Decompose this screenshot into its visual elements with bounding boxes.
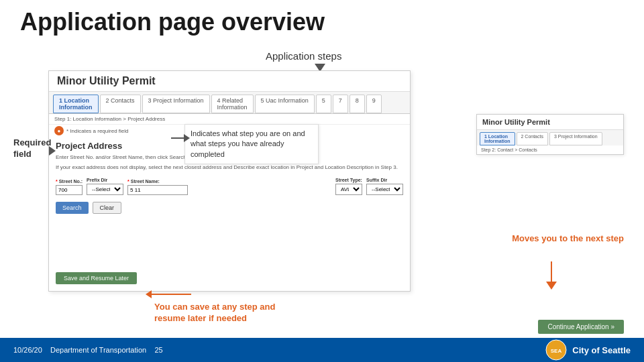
step-tab-2[interactable]: 2 Contacts (100, 95, 141, 113)
street-type-label: Street Type: (335, 178, 362, 182)
continue-arrow-line (551, 261, 552, 282)
moves-annotation: Moves you to the next step (512, 233, 624, 245)
page-num-label: 25 (154, 346, 162, 354)
right-steps-tabs: 1 LocationInformation 2 Contacts 3 Proje… (477, 130, 623, 145)
save-resume-annotation: You can save at any step and resume late… (154, 302, 282, 324)
street-no-input[interactable] (56, 185, 83, 195)
street-name-group: * Street Name: (127, 179, 331, 195)
step-tab-1[interactable]: 1 LocationInformation (53, 95, 99, 113)
suffix-dir-group: Suffix Dir --Select-- (366, 178, 403, 195)
bottom-bar: 10/26/20 Department of Transportation 25… (0, 338, 644, 362)
prefix-dir-select[interactable]: --Select-- (87, 184, 123, 195)
indicates-arrow-icon (171, 137, 184, 139)
step-tab-9[interactable]: 9 (366, 95, 382, 113)
street-name-input[interactable] (127, 185, 188, 195)
save-resume-text: You can save at any step and resume late… (154, 302, 275, 323)
indicates-annotation: Indicates what step you are on and what … (184, 124, 319, 164)
prefix-dir-label: Prefix Dir (87, 178, 123, 182)
right-mini-panel: Minor Utility Permit 1 LocationInformati… (476, 114, 624, 155)
step-tab-4[interactable]: 4 RelatedInformation (211, 95, 254, 113)
right-step-tab-2[interactable]: 2 Contacts (517, 132, 548, 145)
required-text: * Indicates a required field (66, 128, 129, 134)
suffix-dir-select[interactable]: --Select-- (366, 184, 403, 195)
step-tab-7[interactable]: 7 (333, 95, 348, 113)
suffix-dir-label: Suffix Dir (366, 178, 403, 182)
form-fields-row: * Street No.: Prefix Dir --Select-- * St… (49, 175, 410, 198)
date-label: 10/26/20 (13, 346, 42, 354)
step-tab-6[interactable]: 5 (316, 95, 331, 113)
continue-application-button[interactable]: Continue Application » (538, 320, 624, 334)
street-type-select[interactable]: AVL (335, 184, 362, 195)
prefix-dir-group: Prefix Dir --Select-- (87, 178, 123, 195)
clear-button[interactable]: Clear (93, 202, 122, 214)
moves-text: Moves you to the next step (512, 233, 624, 243)
permit-panel: Minor Utility Permit 1 LocationInformati… (48, 70, 411, 292)
bottom-bar-right: SEA City of Seattle (545, 339, 631, 361)
required-indicator: ● (54, 126, 64, 135)
step-breadcrumb: Step 1: Location Information > Project A… (49, 114, 410, 125)
right-step-tab-1[interactable]: 1 LocationInformation (480, 132, 515, 145)
page-title: Application page overview (20, 8, 325, 36)
street-name-label: * Street Name: (127, 179, 331, 184)
org-label: Department of Transportation (50, 346, 146, 354)
right-panel-title: Minor Utility Permit (477, 115, 623, 130)
step-tab-5[interactable]: 5 Uac Information (255, 95, 315, 113)
street-no-group: * Street No.: (56, 179, 83, 195)
city-name-label: City of Seattle (572, 345, 631, 355)
search-clear-buttons: Search Clear (49, 198, 410, 218)
continue-arrow-icon (546, 261, 557, 290)
instruction-text-2: If your exact address does not display, … (49, 164, 410, 175)
required-field-label: Requiredfield (13, 137, 51, 160)
indicates-text: Indicates what step you are on and what … (191, 129, 305, 158)
svg-text:SEA: SEA (551, 348, 562, 354)
save-btn-row: Save and Resume Later (56, 271, 137, 284)
save-resume-arrow-icon (151, 294, 191, 295)
continue-arrow-head (546, 282, 557, 290)
steps-label: Application steps (266, 50, 341, 62)
right-breadcrumb: Step 2: Contact > Contacts (477, 145, 623, 154)
street-type-group: Street Type: AVL (335, 178, 362, 195)
step-tab-8[interactable]: 8 (350, 95, 365, 113)
search-button[interactable]: Search (56, 202, 89, 214)
save-button[interactable]: Save and Resume Later (56, 272, 137, 284)
seattle-emblem-icon: SEA (545, 339, 567, 361)
step-tab-3[interactable]: 3 Project Information (142, 95, 210, 113)
required-field-arrow-icon (49, 146, 56, 156)
permit-panel-title: Minor Utility Permit (49, 71, 410, 92)
bottom-bar-left: 10/26/20 Department of Transportation 25 (13, 346, 163, 354)
steps-tabs: 1 LocationInformation 2 Contacts 3 Proje… (49, 92, 410, 114)
street-no-label: * Street No.: (56, 179, 83, 184)
right-step-tab-3[interactable]: 3 Project Information (549, 132, 602, 145)
